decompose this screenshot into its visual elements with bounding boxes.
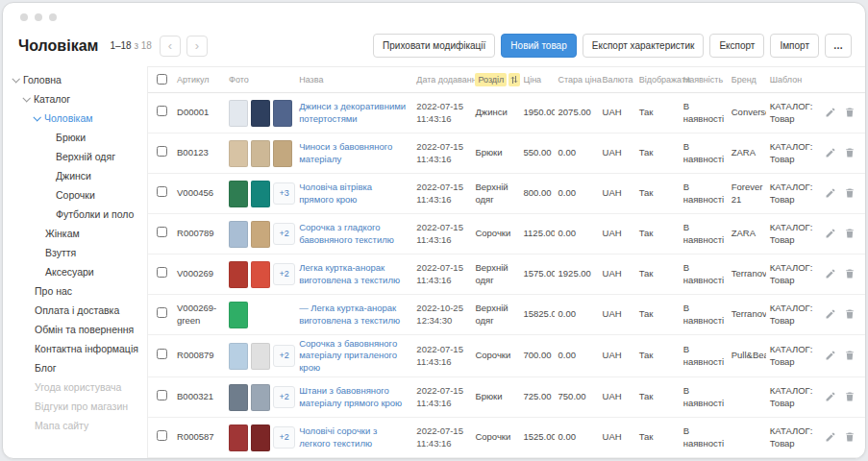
sidebar-item[interactable]: Головна — [3, 70, 147, 89]
row-checkbox[interactable] — [157, 146, 167, 157]
sidebar-item[interactable]: Взуття — [3, 243, 147, 262]
sidebar-item[interactable]: Оплата і доставка — [3, 301, 147, 320]
product-photo[interactable] — [251, 100, 270, 127]
more-photos-badge[interactable]: +2 — [273, 223, 295, 245]
edit-icon[interactable] — [825, 107, 836, 119]
column-header-currency[interactable]: Валюта — [599, 67, 635, 93]
sidebar-item[interactable]: Брюки — [3, 128, 147, 147]
delete-icon[interactable] — [844, 187, 856, 200]
sidebar-item[interactable]: Каталог — [3, 89, 147, 109]
export-button[interactable]: Експорт — [709, 34, 764, 58]
column-header-photo[interactable]: Фото — [225, 67, 295, 93]
column-header-name[interactable]: Назва — [295, 67, 412, 93]
sidebar-item[interactable]: Аксесуари — [3, 262, 147, 281]
column-header-display[interactable]: Відображати — [635, 67, 680, 93]
delete-icon[interactable] — [844, 268, 856, 280]
product-photo[interactable] — [251, 140, 270, 167]
product-photo[interactable] — [229, 181, 248, 207]
sidebar-item[interactable]: Угода користувача — [3, 377, 147, 397]
pagination-next-button[interactable]: › — [186, 36, 208, 57]
row-checkbox[interactable] — [157, 430, 167, 441]
sidebar-item[interactable]: Джинси — [3, 166, 147, 185]
more-photos-badge[interactable]: +3 — [273, 182, 295, 205]
product-photo[interactable] — [229, 425, 248, 451]
sidebar-item[interactable]: Футболки и поло — [3, 205, 147, 224]
product-name-link[interactable]: Легка куртка-анорак виготовлена з тексти… — [299, 262, 400, 284]
column-header-availability[interactable]: Наявність — [680, 67, 728, 93]
row-checkbox[interactable] — [157, 307, 167, 318]
product-photo[interactable] — [251, 384, 270, 411]
edit-icon[interactable] — [825, 187, 836, 200]
delete-icon[interactable] — [844, 147, 856, 159]
product-name-link[interactable]: Чоловічі сорочки з легкого текстилю — [299, 425, 377, 448]
delete-icon[interactable] — [844, 431, 856, 444]
sidebar-item[interactable]: Обмін та повернення — [3, 320, 147, 339]
more-photos-badge[interactable]: +2 — [273, 345, 295, 367]
column-header-brand[interactable]: Бренд — [728, 67, 766, 93]
product-photo[interactable] — [251, 181, 270, 207]
edit-icon[interactable] — [825, 147, 836, 159]
product-photo[interactable] — [229, 221, 248, 248]
row-checkbox[interactable] — [157, 349, 167, 359]
product-photo[interactable] — [273, 140, 292, 167]
export-characteristics-button[interactable]: Експорт характеристик — [583, 34, 705, 58]
column-header-old-price[interactable]: Стара ціна — [555, 67, 599, 93]
more-photos-badge[interactable]: +2 — [273, 426, 295, 449]
column-header-date[interactable]: Дата додавання — [412, 67, 471, 93]
delete-icon[interactable] — [844, 350, 856, 362]
product-photo[interactable] — [251, 425, 270, 451]
row-checkbox[interactable] — [157, 267, 167, 278]
column-header-template[interactable]: Шаблон — [766, 67, 824, 93]
product-photo[interactable] — [229, 302, 248, 328]
row-checkbox[interactable] — [157, 106, 167, 116]
delete-icon[interactable] — [844, 107, 856, 119]
edit-icon[interactable] — [825, 308, 836, 321]
edit-icon[interactable] — [825, 228, 836, 240]
import-button[interactable]: Імпорт — [770, 34, 819, 58]
window-control-maximize[interactable] — [49, 13, 57, 21]
product-name-link[interactable]: Штани з бавовняного матеріалу прямого кр… — [299, 385, 402, 407]
product-name-link[interactable]: Сорочка з бавовняного матеріалу притален… — [299, 338, 397, 373]
product-photo[interactable] — [273, 100, 292, 127]
product-photo[interactable] — [229, 384, 248, 411]
product-photo[interactable] — [229, 343, 248, 370]
product-photo[interactable] — [229, 261, 248, 288]
column-header-section[interactable]: Розділ — [471, 67, 519, 93]
product-photo[interactable] — [251, 221, 270, 248]
sidebar-item[interactable]: Блог — [3, 358, 147, 377]
delete-icon[interactable] — [844, 391, 856, 403]
column-header-price[interactable]: Ціна — [519, 67, 554, 93]
product-photo[interactable] — [229, 100, 248, 127]
more-photos-badge[interactable]: +2 — [273, 386, 295, 408]
product-name-link[interactable]: Чиноси з бавовняного матеріалу — [299, 141, 392, 163]
row-checkbox[interactable] — [157, 227, 167, 237]
delete-icon[interactable] — [844, 308, 856, 321]
sidebar-item[interactable]: Про нас — [3, 281, 147, 301]
delete-icon[interactable] — [844, 228, 856, 240]
pagination-prev-button[interactable]: ‹ — [160, 36, 181, 57]
edit-icon[interactable] — [825, 431, 836, 444]
product-name-link[interactable]: — Легка куртка-анорак виготовлена з текс… — [299, 303, 400, 325]
window-control-close[interactable] — [20, 13, 28, 21]
sidebar-item[interactable]: Жінкам — [3, 224, 147, 243]
product-name-link[interactable]: Джинси з декоративними потертостями — [299, 101, 406, 123]
more-actions-button[interactable]: … — [825, 34, 852, 58]
edit-icon[interactable] — [825, 268, 836, 280]
new-product-button[interactable]: Новий товар — [501, 34, 576, 58]
edit-icon[interactable] — [825, 350, 836, 362]
sidebar-item[interactable]: Відгуки про магазин — [3, 397, 147, 416]
product-photo[interactable] — [251, 261, 270, 288]
product-photo[interactable] — [251, 343, 270, 370]
column-header-article[interactable]: Артикул — [173, 67, 225, 93]
more-photos-badge[interactable]: +2 — [273, 263, 295, 285]
sidebar-item[interactable]: Сорочки — [3, 185, 147, 205]
window-control-minimize[interactable] — [35, 13, 42, 21]
sidebar-item[interactable]: Верхній одяг — [3, 147, 147, 166]
sidebar-item[interactable]: Контактна інформація — [3, 339, 147, 358]
row-checkbox[interactable] — [157, 186, 167, 197]
product-photo[interactable] — [229, 140, 248, 167]
sidebar-item[interactable]: Мапа сайту — [3, 416, 147, 435]
sidebar-item[interactable]: Чоловікам — [3, 109, 147, 128]
product-name-link[interactable]: Чоловіча вітрівка прямого крою — [299, 182, 372, 204]
edit-icon[interactable] — [825, 391, 836, 403]
